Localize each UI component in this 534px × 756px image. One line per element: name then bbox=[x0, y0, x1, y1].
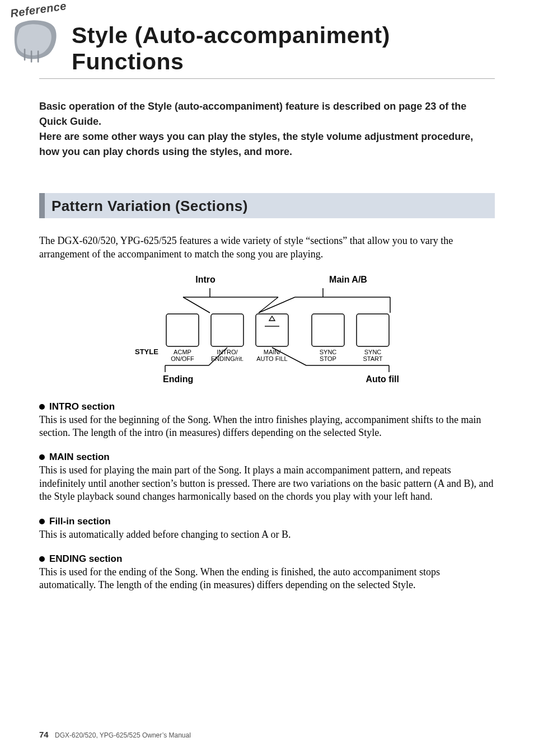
panel-button: SYNC START bbox=[357, 314, 389, 362]
section-text: This is used for playing the main part o… bbox=[39, 464, 495, 503]
bullet-icon bbox=[39, 454, 45, 460]
control-panel-svg: STYLE ACMP ON/OFF INTRO/ ENDING/rit. MAI… bbox=[110, 288, 424, 372]
section-heading: ENDING section bbox=[49, 553, 122, 565]
svg-text:STOP: STOP bbox=[320, 355, 336, 362]
svg-text:START: START bbox=[363, 355, 382, 362]
section-heading-band: Pattern Variation (Sections) bbox=[39, 193, 495, 218]
section-heading: Fill-in section bbox=[49, 516, 111, 527]
svg-rect-25 bbox=[357, 314, 389, 346]
section-heading: INTRO section bbox=[49, 401, 115, 412]
panel-button: MAIN/ AUTO FILL bbox=[256, 314, 288, 362]
footer-text: DGX-620/520, YPG-625/525 Owner’s Manual bbox=[55, 731, 191, 739]
bullet-icon bbox=[39, 519, 45, 524]
svg-line-8 bbox=[259, 297, 278, 313]
reference-badge: Reference bbox=[10, 0, 60, 78]
svg-rect-11 bbox=[166, 314, 199, 346]
section-main-section: MAIN section This is used for playing th… bbox=[39, 452, 495, 503]
diagram-label-ending: Ending bbox=[110, 374, 236, 384]
intro-block: Basic operation of the Style (auto-accom… bbox=[39, 99, 495, 159]
diagram-label-intro: Intro bbox=[110, 275, 267, 285]
page-number: 74 bbox=[39, 730, 49, 739]
bullet-icon bbox=[39, 404, 45, 410]
svg-rect-17 bbox=[256, 314, 288, 346]
svg-rect-22 bbox=[312, 314, 344, 346]
diagram-label-autofill: Auto fill bbox=[236, 374, 424, 384]
section-intro-text: The DGX-620/520, YPG-625/525 features a … bbox=[39, 234, 495, 261]
svg-line-7 bbox=[183, 297, 210, 313]
diagram-label-main: Main A/B bbox=[267, 275, 424, 285]
svg-rect-14 bbox=[211, 314, 243, 346]
svg-text:MAIN/: MAIN/ bbox=[264, 349, 282, 355]
svg-line-9 bbox=[259, 297, 295, 313]
svg-text:ACMP: ACMP bbox=[174, 349, 191, 355]
bullet-icon bbox=[39, 556, 45, 562]
section-text: This is automatically added before chang… bbox=[39, 528, 495, 541]
svg-text:AUTO FILL: AUTO FILL bbox=[256, 355, 287, 362]
section-intro-section: INTRO section This is used for the begin… bbox=[39, 401, 495, 440]
section-text: This is used for the beginning of the So… bbox=[39, 414, 495, 440]
svg-text:ON/OFF: ON/OFF bbox=[171, 355, 194, 362]
style-controls-diagram: Intro Main A/B STYLE ACMP ON/OFF bbox=[110, 275, 424, 384]
section-fillin-section: Fill-in section This is automatically ad… bbox=[39, 516, 495, 541]
section-heading: MAIN section bbox=[49, 452, 110, 463]
page-footer: 74 DGX-620/520, YPG-625/525 Owner’s Manu… bbox=[39, 730, 191, 739]
svg-text:SYNC: SYNC bbox=[364, 349, 382, 355]
svg-text:SYNC: SYNC bbox=[320, 349, 337, 355]
intro-line: Basic operation of the Style (auto-accom… bbox=[39, 99, 495, 129]
section-ending-section: ENDING section This is used for the endi… bbox=[39, 553, 495, 592]
panel-button: ACMP ON/OFF bbox=[166, 314, 199, 362]
section-text: This is used for the ending of the Song.… bbox=[39, 566, 495, 592]
intro-line: Here are some other ways you can play th… bbox=[39, 129, 495, 159]
panel-button: INTRO/ ENDING/rit. bbox=[211, 314, 243, 362]
panel-button: SYNC STOP bbox=[312, 314, 344, 362]
piano-icon bbox=[11, 16, 59, 64]
page-title: Style (Auto-accompaniment) Functions bbox=[72, 6, 495, 75]
title-rule bbox=[39, 78, 495, 79]
panel-style-label: STYLE bbox=[135, 348, 158, 356]
